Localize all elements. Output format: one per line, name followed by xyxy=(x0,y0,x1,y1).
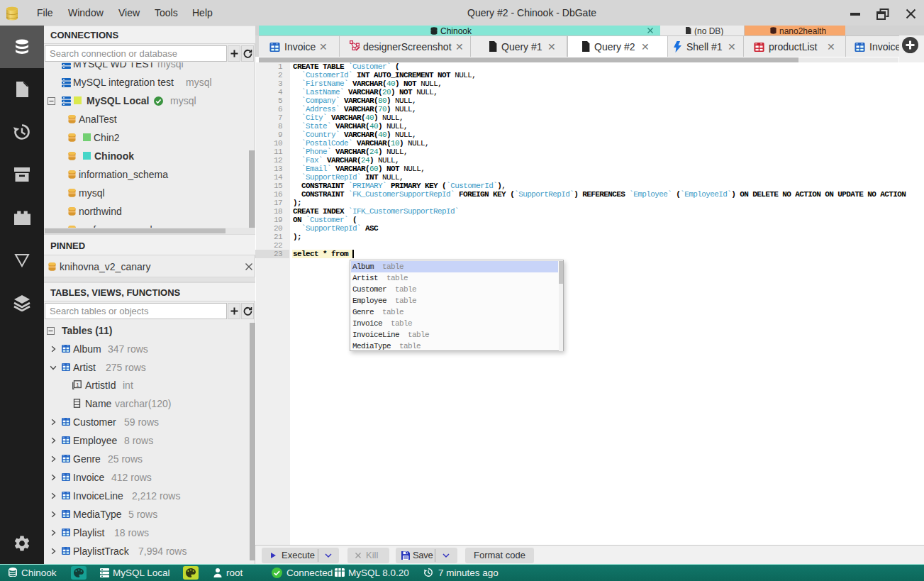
svg-text:1: 1 xyxy=(76,382,79,388)
